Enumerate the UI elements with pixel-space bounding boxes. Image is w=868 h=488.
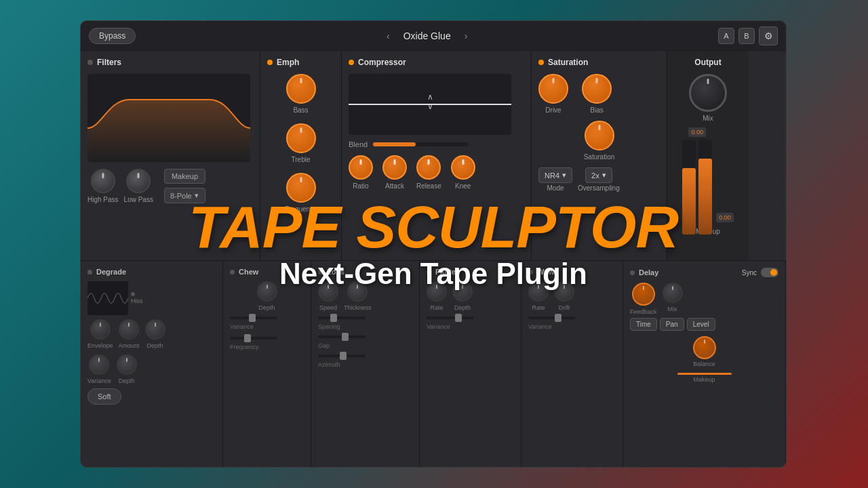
flutter-depth-knob[interactable] (452, 281, 473, 302)
envelope-col: Envelope (87, 319, 113, 349)
blend-slider[interactable] (373, 142, 468, 146)
saturation-panel: Saturation Drive Bias (532, 51, 667, 260)
attack-knob[interactable] (382, 155, 407, 180)
delay-dot (630, 270, 635, 275)
balance-knob[interactable] (693, 336, 716, 359)
level-button[interactable]: Level (687, 318, 715, 331)
flutter-rate-knob[interactable] (427, 281, 447, 302)
envelope-knob[interactable] (90, 319, 111, 340)
wow-rate-col: Rate (528, 281, 549, 311)
delay-mix-col: Mix (663, 283, 683, 315)
flutter-title: Flutter (435, 268, 458, 276)
top-right: A B ⚙ (718, 26, 778, 45)
gap-slider[interactable] (318, 336, 366, 338)
panels-area: Filters (81, 51, 786, 467)
makeup-bar (677, 373, 732, 375)
mix-knob[interactable] (689, 74, 727, 112)
ratio-knob[interactable] (349, 155, 373, 180)
filter-controls: High Pass Low Pass Makeup 8-Pole ▾ (87, 169, 253, 203)
drive-knob[interactable] (538, 74, 568, 104)
time-button[interactable]: Time (630, 318, 657, 331)
preset-name: Oxide Glue (403, 30, 451, 41)
degrade-header: Degrade (87, 268, 216, 276)
degrade-title: Degrade (96, 268, 126, 276)
chew-depth-knob[interactable] (257, 281, 277, 302)
release-group: Release (416, 155, 441, 190)
feedback-col: Feedback (630, 283, 657, 315)
delay-mix-knob[interactable] (663, 283, 683, 303)
thickness-knob[interactable] (347, 281, 368, 302)
makeup-button[interactable]: Makeup (164, 169, 205, 184)
drive-label: Drive (545, 106, 561, 114)
feedback-label: Feedback (630, 308, 657, 315)
release-knob[interactable] (416, 155, 441, 180)
speed-knob[interactable] (318, 281, 338, 302)
wow-rate-knob[interactable] (528, 281, 549, 302)
low-pass-knob[interactable] (126, 169, 151, 193)
bias-knob[interactable] (582, 74, 612, 104)
bass-group: Bass (286, 74, 316, 114)
emph-title: Emph (277, 58, 299, 67)
chew-depth-col: Depth (230, 281, 304, 311)
saturation-dot (538, 60, 544, 65)
chew-freq-slider[interactable] (230, 337, 277, 340)
degrade-depth-knob[interactable] (145, 319, 165, 340)
compressor-header: Compressor (349, 58, 524, 67)
soft-button[interactable]: Soft (87, 388, 121, 405)
output-panel: Output Mix 0.00 (667, 51, 749, 260)
settings-button[interactable]: ⚙ (759, 26, 778, 45)
variance-knob[interactable] (89, 354, 109, 375)
feedback-knob[interactable] (632, 283, 655, 306)
output-value2: 0.00 (716, 213, 734, 222)
depth2-col: Depth (117, 354, 137, 384)
oversampling-select[interactable]: 2x ▾ (585, 167, 612, 183)
high-pass-knob[interactable] (91, 169, 115, 193)
bottom-panels: Degrade Hiss (81, 261, 786, 467)
flutter-rate-col: Rate (427, 281, 447, 311)
prev-arrow[interactable]: ‹ (381, 28, 395, 44)
depth2-knob[interactable] (117, 354, 137, 375)
pan-button[interactable]: Pan (660, 318, 684, 331)
wow-variance-slider[interactable] (528, 317, 576, 319)
chew-title: Chew (239, 268, 258, 276)
flutter-dot (427, 270, 431, 274)
bass-knob[interactable] (286, 74, 316, 104)
loss-header: Loss (318, 268, 412, 276)
blend-row: Blend (349, 140, 524, 148)
emph-header: Emph (267, 58, 334, 67)
sync-toggle[interactable] (761, 268, 778, 277)
amount-col: Amount (119, 319, 140, 349)
ab-a-button[interactable]: A (718, 28, 734, 44)
speed-col: Speed (318, 281, 338, 311)
chew-variance-slider[interactable] (230, 317, 277, 319)
delay-buttons: Time Pan Level (630, 318, 778, 331)
wow-variance-label: Variance (528, 323, 552, 330)
chew-header: Chew (230, 268, 304, 276)
filter-curve-svg (87, 74, 250, 162)
spacing-thumb (330, 314, 337, 322)
ratio-label: Ratio (353, 182, 368, 190)
blend-label: Blend (349, 140, 368, 148)
saturation-header: Saturation (538, 58, 660, 67)
high-pass-group: High Pass (87, 169, 119, 203)
azimuth-slider[interactable] (318, 354, 366, 357)
filters-header: Filters (87, 58, 253, 67)
treble-knob[interactable] (286, 123, 316, 153)
spacing-slider[interactable] (318, 317, 366, 319)
top-center: ‹ Oxide Glue › (136, 28, 718, 44)
ratio-group: Ratio (349, 155, 373, 190)
saturation-knob[interactable] (585, 121, 614, 150)
wow-drift-knob[interactable] (554, 281, 574, 302)
ab-b-button[interactable]: B (738, 28, 755, 44)
emph-frequency-knob[interactable] (286, 173, 316, 203)
degrade-dot (87, 270, 92, 274)
amount-knob[interactable] (119, 319, 139, 340)
knee-knob[interactable] (451, 155, 475, 180)
sat-knob-group: Saturation (584, 121, 615, 161)
pole-select[interactable]: 8-Pole ▾ (164, 188, 205, 203)
bypass-button[interactable]: Bypass (89, 28, 136, 44)
sat-label: Saturation (584, 153, 615, 161)
next-arrow[interactable]: › (459, 28, 473, 44)
mode-select[interactable]: NR4 ▾ (538, 167, 572, 183)
flutter-variance-slider[interactable] (427, 317, 474, 319)
